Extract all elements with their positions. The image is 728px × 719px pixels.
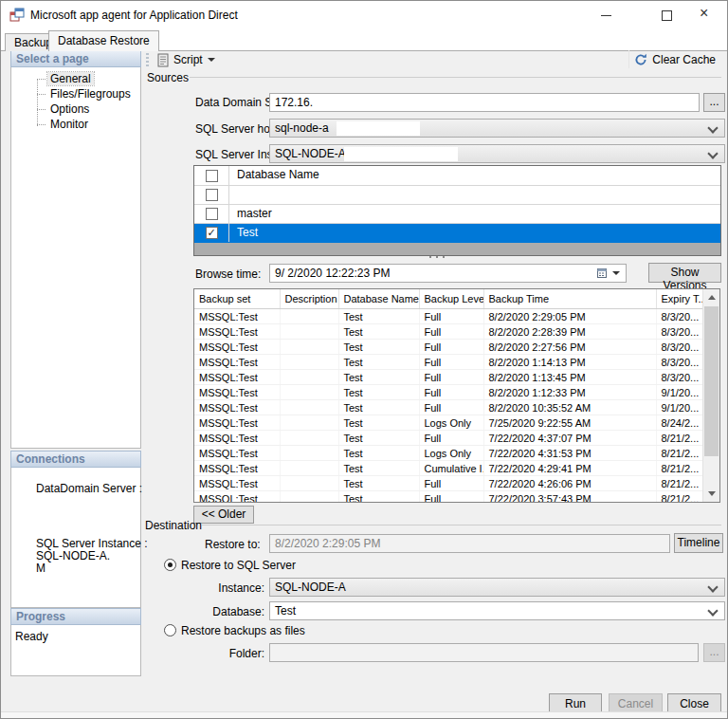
minimize-icon[interactable] xyxy=(585,1,628,29)
tree-connector xyxy=(37,80,38,126)
row-checkbox[interactable] xyxy=(206,208,218,220)
table-row[interactable]: MSSQL:TestTestFull7/22/2020 4:26:06 PM8/… xyxy=(194,476,704,491)
table-cell: Full xyxy=(419,400,483,415)
database-select[interactable]: Test xyxy=(269,601,725,620)
table-row[interactable]: MSSQL:TestTestFull8/2/2020 2:29:05 PM8/3… xyxy=(194,309,704,324)
table-cell: 8/3/20... xyxy=(656,355,704,370)
database-row[interactable]: master xyxy=(194,205,720,224)
data-domain-browse-button[interactable]: ... xyxy=(703,93,725,112)
table-cell: 8/3/20... xyxy=(656,309,704,324)
sidebar-item-label: Files/Filegroups xyxy=(47,87,134,101)
toolbar-grip[interactable] xyxy=(146,53,149,66)
table-row[interactable]: MSSQL:TestTestFull8/2/2020 2:28:39 PM8/3… xyxy=(194,324,704,340)
table-cell: Test xyxy=(338,491,419,504)
sql-instance-value: SQL-NODE-A. xyxy=(36,550,148,562)
table-cell: 8/21/2... xyxy=(656,476,704,491)
database-value: Test xyxy=(275,604,296,618)
table-row[interactable]: MSSQL:TestTestLogs Only7/22/2020 4:31:53… xyxy=(194,446,704,461)
column-header[interactable]: Backup set xyxy=(194,289,280,309)
connections-panel: DataDomain Server : SQL Server Instance … xyxy=(10,468,141,608)
table-row[interactable]: MSSQL:TestTestFull8/2/2020 1:12:33 PM9/1… xyxy=(194,385,704,400)
table-cell: Test xyxy=(338,340,419,355)
splitter-handle[interactable] xyxy=(429,256,431,258)
data-domain-server-input[interactable]: 172.16. xyxy=(269,93,700,112)
sql-server-host-select[interactable]: sql-node-a xyxy=(269,119,725,138)
show-versions-button[interactable]: Show Versions xyxy=(648,263,721,283)
restore-to-sql-radio-label[interactable]: Restore to SQL Server xyxy=(181,559,296,572)
table-row[interactable]: MSSQL:TestTestFull8/2/2020 1:14:13 PM8/3… xyxy=(194,355,704,370)
table-cell: 8/2/2020 2:29:05 PM xyxy=(483,309,656,324)
table-cell: Full xyxy=(419,476,483,491)
restore-to-sql-radio[interactable] xyxy=(164,559,176,571)
sidebar-item-general[interactable]: General xyxy=(47,72,140,87)
instance-select[interactable]: SQL-NODE-A xyxy=(269,578,725,597)
table-row[interactable]: MSSQL:TestTestFull7/22/2020 4:37:07 PM8/… xyxy=(194,431,704,446)
scroll-down-icon[interactable] xyxy=(703,486,719,502)
column-header[interactable]: Backup Level xyxy=(419,289,483,309)
row-checkbox[interactable]: ✓ xyxy=(206,227,218,239)
column-header[interactable]: Description xyxy=(280,289,338,309)
table-cell: Test xyxy=(338,476,419,491)
close-icon[interactable]: × xyxy=(686,1,728,29)
table-cell xyxy=(280,446,338,461)
sources-group-label: Sources xyxy=(147,71,189,84)
datadomain-server-label: DataDomain Server : xyxy=(36,483,142,495)
destination-group-label: Destination xyxy=(145,519,202,532)
table-cell: 9/1/20... xyxy=(656,400,704,415)
table-cell: 8/2/2020 2:27:56 PM xyxy=(483,340,656,355)
sidebar-item-files-filegroups[interactable]: Files/Filegroups xyxy=(47,87,140,102)
sidebar-item-options[interactable]: Options xyxy=(47,102,140,118)
database-name-column-header[interactable]: Database Name xyxy=(229,166,720,185)
table-row[interactable]: MSSQL:TestTestCumulative I...7/22/2020 4… xyxy=(194,461,704,476)
browse-time-picker[interactable]: 9/ 2/2020 12:22:23 PM xyxy=(269,264,627,283)
table-cell: 8/3/20... xyxy=(656,370,704,385)
clear-cache-button[interactable]: Clear Cache xyxy=(628,50,720,68)
older-button[interactable]: << Older xyxy=(193,506,254,524)
table-cell: Full xyxy=(419,324,483,340)
column-header[interactable]: Backup Time xyxy=(483,289,656,309)
database-row[interactable] xyxy=(194,186,720,205)
select-all-cell xyxy=(194,166,229,185)
restore-as-files-radio[interactable] xyxy=(164,624,176,636)
table-row[interactable]: MSSQL:TestTestFull8/2/2020 1:13:45 PM8/3… xyxy=(194,370,704,385)
table-cell xyxy=(280,491,338,504)
restore-to-value: 8/2/2020 2:29:05 PM xyxy=(275,537,380,550)
scrollbar-thumb[interactable] xyxy=(704,306,719,456)
table-row[interactable]: MSSQL:TestTestFull8/2/2020 2:27:56 PM8/3… xyxy=(194,340,704,355)
chevron-down-icon xyxy=(612,271,620,275)
instance-value: SQL-NODE-A xyxy=(275,581,346,594)
progress-status: Ready xyxy=(15,631,48,643)
sidebar-item-monitor[interactable]: Monitor xyxy=(47,118,140,133)
column-header[interactable]: Expiry T... xyxy=(656,289,704,309)
restore-as-files-radio-label[interactable]: Restore backups as files xyxy=(181,624,305,637)
timeline-button[interactable]: Timeline xyxy=(674,533,723,553)
table-row[interactable]: MSSQL:TestTestLogs Only7/25/2020 9:22:55… xyxy=(194,415,704,431)
database-row[interactable]: ✓Test xyxy=(194,224,720,243)
tab-database-restore[interactable]: Database Restore xyxy=(48,30,159,51)
column-header[interactable]: Database Name xyxy=(338,289,419,309)
vertical-scrollbar[interactable] xyxy=(702,289,719,502)
script-button[interactable]: Script xyxy=(154,51,219,68)
titlebar: Microsoft app agent for Application Dire… xyxy=(1,1,727,29)
row-checkbox[interactable] xyxy=(206,189,218,201)
table-row[interactable]: MSSQL:TestTestFull8/2/2020 10:35:52 AM9/… xyxy=(194,400,704,415)
browse-time-label: Browse time: xyxy=(195,267,261,281)
table-cell: Full xyxy=(419,491,483,504)
backup-table-header-row: Backup setDescriptionDatabase NameBackup… xyxy=(194,289,704,309)
table-cell xyxy=(280,355,338,370)
restore-to-field: 8/2/2020 2:29:05 PM xyxy=(269,534,670,553)
table-cell: Full xyxy=(419,340,483,355)
maximize-icon[interactable] xyxy=(645,1,687,29)
table-row[interactable]: MSSQL:TestTestFull7/22/2020 3:57:43 PM8/… xyxy=(194,491,704,504)
row-checkbox-cell xyxy=(194,205,229,223)
table-cell: 7/22/2020 3:57:43 PM xyxy=(483,491,656,504)
table-cell: MSSQL:Test xyxy=(194,324,280,340)
sql-instance-value2: M xyxy=(36,562,148,575)
sql-server-instance-select[interactable]: SQL-NODE-A. xyxy=(269,144,725,163)
table-cell xyxy=(280,324,338,340)
sources-group-line xyxy=(190,77,721,78)
select-all-checkbox[interactable] xyxy=(206,170,218,182)
table-cell: MSSQL:Test xyxy=(194,340,280,355)
scroll-up-icon[interactable] xyxy=(703,289,719,305)
table-cell: 7/25/2020 9:22:55 AM xyxy=(483,415,656,431)
